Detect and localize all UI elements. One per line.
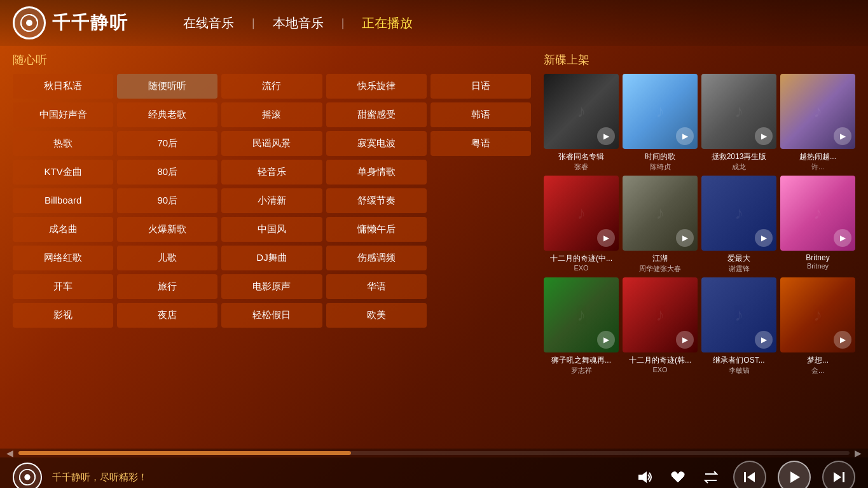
album-card-0[interactable]: ♪▶张睿同名专辑张睿 [544, 74, 619, 172]
genre-item-0[interactable]: 秋日私语 [13, 74, 113, 99]
genre-item-26[interactable]: 火爆新歌 [117, 217, 217, 242]
genre-item-39 [431, 274, 531, 299]
genre-item-44 [431, 303, 531, 328]
genre-item-40[interactable]: 影视 [13, 303, 113, 328]
genre-item-23[interactable]: 舒缓节奏 [326, 188, 427, 213]
genre-item-2[interactable]: 流行 [221, 74, 322, 99]
genre-item-29 [431, 217, 531, 242]
repeat-icon[interactable] [700, 466, 722, 488]
album-play-btn-9[interactable]: ▶ [676, 331, 694, 349]
bottom-bar: 千千静听，尽听精彩！ [0, 457, 868, 488]
genre-item-18[interactable]: 单身情歌 [326, 160, 427, 185]
album-play-btn-4[interactable]: ▶ [597, 229, 615, 247]
genre-item-42[interactable]: 轻松假日 [221, 303, 322, 328]
genre-item-30[interactable]: 网络红歌 [13, 246, 113, 270]
scroll-right-arrow[interactable]: ▶ [852, 448, 864, 458]
genre-item-17[interactable]: 轻音乐 [221, 160, 322, 185]
album-name-5: 江湖 [623, 253, 698, 264]
album-card-5[interactable]: ♪▶江湖周华健张大春 [623, 176, 698, 274]
genre-item-15[interactable]: KTV金曲 [13, 160, 113, 185]
genre-item-43[interactable]: 欧美 [326, 303, 427, 328]
album-artist-0: 张睿 [544, 162, 619, 172]
genre-item-33[interactable]: 伤感调频 [326, 246, 427, 270]
album-play-btn-11[interactable]: ▶ [834, 331, 851, 349]
tab-local-music[interactable]: 本地音乐 [268, 12, 329, 34]
genre-item-5[interactable]: 中国好声音 [13, 102, 113, 127]
genre-item-28[interactable]: 慵懒午后 [326, 217, 427, 242]
svg-point-1 [26, 20, 32, 26]
genre-item-38[interactable]: 华语 [326, 274, 427, 299]
prev-button[interactable] [733, 461, 766, 488]
tab-now-playing[interactable]: 正在播放 [357, 12, 418, 34]
genre-item-7[interactable]: 摇滚 [221, 102, 322, 127]
album-card-6[interactable]: ♪▶爱最大谢霆锋 [701, 176, 776, 274]
genre-item-9[interactable]: 韩语 [431, 102, 531, 127]
genre-item-1[interactable]: 随便听听 [117, 74, 217, 99]
album-card-7[interactable]: ♪▶BritneyBritney [780, 176, 855, 274]
genre-item-35[interactable]: 开车 [13, 274, 113, 299]
album-card-1[interactable]: ♪▶时间的歌陈绮贞 [623, 74, 698, 172]
album-card-11[interactable]: ♪▶梦想...金... [780, 277, 855, 375]
album-card-4[interactable]: ♪▶十二月的奇迹(中...EXO [544, 176, 619, 274]
album-play-btn-8[interactable]: ▶ [597, 331, 615, 349]
genre-item-19 [431, 160, 531, 185]
scrollbar[interactable]: ◀ ▶ [0, 449, 868, 457]
album-play-btn-2[interactable]: ▶ [755, 127, 773, 145]
album-card-2[interactable]: ♪▶拯救2013再生版成龙 [701, 74, 776, 172]
svg-marker-7 [790, 471, 800, 483]
svg-marker-4 [638, 471, 647, 483]
right-panel: 新碟上架 ♪▶张睿同名专辑张睿♪▶时间的歌陈绮贞♪▶拯救2013再生版成龙♪▶越… [544, 52, 855, 442]
album-play-btn-0[interactable]: ▶ [597, 127, 615, 145]
svg-rect-8 [843, 472, 844, 482]
genre-item-36[interactable]: 旅行 [117, 274, 217, 299]
tab-online-music[interactable]: 在线音乐 [178, 12, 239, 34]
nav-sep-2: | [341, 17, 345, 30]
genre-item-10[interactable]: 热歌 [13, 131, 113, 156]
genre-item-6[interactable]: 经典老歌 [117, 102, 217, 127]
album-play-btn-5[interactable]: ▶ [676, 229, 694, 247]
header: 千千静听 在线音乐 | 本地音乐 | 正在播放 [0, 0, 868, 46]
album-play-btn-3[interactable]: ▶ [834, 127, 851, 145]
genre-item-27[interactable]: 中国风 [221, 217, 322, 242]
album-name-10: 继承者们OST... [701, 355, 776, 366]
album-play-btn-7[interactable]: ▶ [834, 229, 851, 247]
genre-item-16[interactable]: 80后 [117, 160, 217, 185]
next-button[interactable] [822, 461, 855, 488]
album-name-8: 狮子吼之舞魂再... [544, 355, 619, 366]
album-artist-4: EXO [544, 264, 619, 272]
album-play-btn-10[interactable]: ▶ [755, 331, 773, 349]
genre-item-31[interactable]: 儿歌 [117, 246, 217, 270]
genre-item-20[interactable]: Billboard [13, 188, 113, 213]
play-button[interactable] [778, 461, 811, 488]
scroll-left-arrow[interactable]: ◀ [4, 448, 16, 458]
genre-item-24 [431, 188, 531, 213]
album-card-3[interactable]: ♪▶越热闹越...许... [780, 74, 855, 172]
genre-item-8[interactable]: 甜蜜感受 [326, 102, 427, 127]
album-card-8[interactable]: ♪▶狮子吼之舞魂再...罗志祥 [544, 277, 619, 375]
main-content: 随心听 秋日私语随便听听流行快乐旋律日语中国好声音经典老歌摇滚甜蜜感受韩语热歌7… [0, 46, 868, 449]
album-card-9[interactable]: ♪▶十二月的奇迹(韩...EXO [623, 277, 698, 375]
genre-item-4[interactable]: 日语 [431, 74, 531, 99]
scroll-thumb [18, 451, 351, 455]
album-card-10[interactable]: ♪▶继承者们OST...李敏镐 [701, 277, 776, 375]
album-play-btn-6[interactable]: ▶ [755, 229, 773, 247]
genre-item-12[interactable]: 民谣风景 [221, 131, 322, 156]
favorite-icon[interactable] [667, 466, 689, 488]
scroll-track[interactable] [18, 451, 850, 455]
volume-icon[interactable] [634, 466, 656, 488]
album-artist-1: 陈绮贞 [623, 162, 698, 172]
genre-item-41[interactable]: 夜店 [117, 303, 217, 328]
album-play-btn-1[interactable]: ▶ [676, 127, 694, 145]
album-name-9: 十二月的奇迹(韩... [623, 355, 698, 366]
genre-item-22[interactable]: 小清新 [221, 188, 322, 213]
genre-item-37[interactable]: 电影原声 [221, 274, 322, 299]
genre-item-25[interactable]: 成名曲 [13, 217, 113, 242]
album-artist-7: Britney [780, 262, 855, 270]
suixin-title: 随心听 [13, 52, 531, 67]
genre-item-32[interactable]: DJ舞曲 [221, 246, 322, 270]
genre-item-21[interactable]: 90后 [117, 188, 217, 213]
genre-item-11[interactable]: 70后 [117, 131, 217, 156]
genre-item-3[interactable]: 快乐旋律 [326, 74, 427, 99]
genre-item-14[interactable]: 粤语 [431, 131, 531, 156]
genre-item-13[interactable]: 寂寞电波 [326, 131, 427, 156]
